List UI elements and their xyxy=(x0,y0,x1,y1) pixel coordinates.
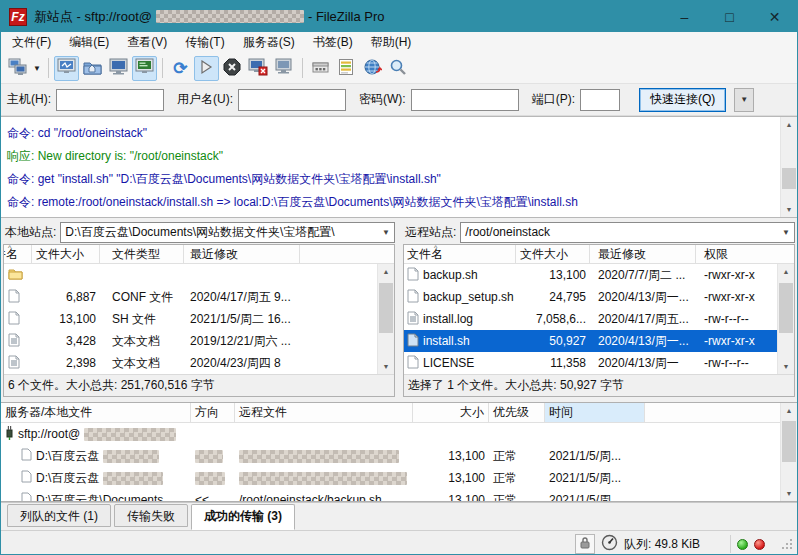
table-row[interactable]: backup_setup.sh 24,795 2020/4/13/周一... -… xyxy=(404,286,777,308)
directory-comparison-button[interactable] xyxy=(334,56,359,81)
quickconnect-dropdown[interactable]: ▼ xyxy=(734,88,754,112)
log-scrollbar[interactable]: ▲ ▼ xyxy=(780,117,797,217)
queue-column-remote[interactable]: 远程文件 xyxy=(235,403,413,422)
table-row[interactable]: LICENSE 11,358 2020/4/13/周一 -rw-r--r-- xyxy=(404,352,777,374)
remote-column-filename[interactable]: ^文件名 xyxy=(404,245,516,263)
speed-limit-button[interactable] xyxy=(601,534,618,554)
scroll-up-icon[interactable]: ▲ xyxy=(378,264,394,279)
quickconnect-button[interactable]: 快速连接(Q) xyxy=(639,88,726,112)
titlebar: Fz 新站点 - sftp://root@ - FileZilla Pro – … xyxy=(1,1,797,32)
message-log-lines: 命令: cd "/root/oneinstack" 响应: New direct… xyxy=(1,117,780,217)
table-row[interactable]: backup.sh 13,100 2020/7/7/周二 ... -rwxr-x… xyxy=(404,264,777,286)
table-row-selected[interactable]: install.sh 50,927 2020/4/13/周一... -rwxr-… xyxy=(404,330,777,352)
password-input[interactable] xyxy=(411,89,519,111)
queue-scrollbar[interactable]: ▲ ▼ xyxy=(780,403,797,501)
minimize-button[interactable]: – xyxy=(662,1,707,32)
reconnect-button[interactable] xyxy=(272,56,297,81)
remote-path-combobox[interactable]: /root/oneinstack ▼ xyxy=(460,222,795,243)
scrollbar-thumb[interactable] xyxy=(782,168,796,189)
remote-list-scrollbar[interactable]: ▲ ▼ xyxy=(777,264,794,374)
censored-text xyxy=(239,472,407,485)
search-button[interactable] xyxy=(386,56,411,81)
queue-server-row[interactable]: sftp://root@ xyxy=(1,423,780,445)
scroll-down-icon[interactable]: ▼ xyxy=(781,486,797,501)
scroll-up-icon[interactable]: ▲ xyxy=(778,264,794,279)
queue-file-row[interactable]: D:\百度云盘 13,100 正常 2021/1/5/周... xyxy=(1,467,780,489)
table-row[interactable]: 3,428 文本文档 2019/12/21/周六 ... xyxy=(4,330,377,352)
local-path-combobox[interactable]: D:\百度云盘\Documents\网站数据文件夹\宝塔配置\ ▼ xyxy=(60,222,395,243)
filename-filter-button[interactable] xyxy=(308,56,333,81)
queue-column-time[interactable]: 时间 xyxy=(545,403,645,422)
queue-column-priority[interactable]: 优先级 xyxy=(489,403,545,422)
menu-item-help[interactable]: 帮助(H) xyxy=(362,32,421,53)
local-list-scrollbar[interactable]: ▲ ▼ xyxy=(377,264,394,374)
disconnect-button[interactable] xyxy=(246,56,271,81)
queue-column-size[interactable]: 大小 xyxy=(413,403,489,422)
table-row[interactable]: 2,398 文本文档 2020/4/23/周四 8 xyxy=(4,352,377,374)
chevron-down-icon[interactable]: ▼ xyxy=(378,228,394,237)
tab-failed-transfers[interactable]: 传输失败 xyxy=(114,504,188,527)
local-column-filename[interactable]: ^文件名 xyxy=(4,245,32,263)
scrollbar-thumb[interactable] xyxy=(782,421,796,462)
file-icon xyxy=(407,355,419,372)
toggle-remote-tree-button[interactable] xyxy=(106,56,131,81)
username-input[interactable] xyxy=(238,89,346,111)
censored-text xyxy=(239,450,399,463)
menu-item-edit[interactable]: 编辑(E) xyxy=(60,32,118,53)
tab-successful-transfers[interactable]: 成功的传输 (3) xyxy=(191,504,295,530)
local-column-size[interactable]: 文件大小 xyxy=(32,245,100,263)
scroll-down-icon[interactable]: ▼ xyxy=(778,359,794,374)
scroll-up-icon[interactable]: ▲ xyxy=(781,117,797,132)
cancel-button[interactable] xyxy=(220,56,245,81)
queue-file-row[interactable]: D:\百度云盘 13,100 正常 2021/1/5/周... xyxy=(1,445,780,467)
scroll-down-icon[interactable]: ▼ xyxy=(378,359,394,374)
scroll-up-icon[interactable]: ▲ xyxy=(781,403,797,418)
port-input[interactable] xyxy=(580,89,620,111)
scroll-down-icon[interactable]: ▼ xyxy=(781,202,797,217)
filezilla-window: Fz 新站点 - sftp://root@ - FileZilla Pro – … xyxy=(0,0,798,555)
local-file-list: ^文件名 文件大小 文件类型 最近修改 xyxy=(3,244,395,397)
remote-column-perms[interactable]: 权限 xyxy=(696,245,778,263)
refresh-button[interactable]: ⟳ xyxy=(168,56,193,81)
menubar: 文件(F) 编辑(E) 查看(V) 传输(T) 服务器(S) 书签(B) 帮助(… xyxy=(1,32,797,53)
queue-column-local[interactable]: 服务器/本地文件 xyxy=(1,403,191,422)
process-queue-button[interactable] xyxy=(194,56,219,81)
local-column-modified[interactable]: 最近修改 xyxy=(184,245,300,263)
menu-item-transfer[interactable]: 传输(T) xyxy=(176,32,233,53)
synchronized-browsing-button[interactable] xyxy=(360,56,385,81)
window-title-prefix: 新站点 - sftp://root@ xyxy=(34,8,152,26)
menu-item-bookmarks[interactable]: 书签(B) xyxy=(304,32,362,53)
scrollbar-thumb[interactable] xyxy=(379,283,393,333)
tab-queued-files[interactable]: 列队的文件 (1) xyxy=(7,504,111,527)
menu-item-file[interactable]: 文件(F) xyxy=(3,32,60,53)
table-row[interactable]: install.log 7,058,6... 2020/4/17/周五... -… xyxy=(404,308,777,330)
remote-column-size[interactable]: 文件大小 xyxy=(516,245,590,263)
queue-file-row[interactable]: D:\百度云盘\Documents << /root/oneinstack/ba… xyxy=(1,489,780,501)
close-button[interactable]: ✕ xyxy=(752,1,797,32)
chevron-down-icon[interactable]: ▼ xyxy=(778,228,794,237)
site-manager-button[interactable] xyxy=(5,56,30,81)
local-column-type[interactable]: 文件类型 xyxy=(100,245,184,263)
toggle-local-tree-button[interactable] xyxy=(80,56,105,81)
host-input[interactable] xyxy=(56,89,164,111)
resize-grip[interactable] xyxy=(781,538,793,550)
maximize-button[interactable]: □ xyxy=(707,1,752,32)
menu-item-server[interactable]: 服务器(S) xyxy=(234,32,304,53)
file-icon xyxy=(8,289,20,306)
remote-column-modified[interactable]: 最近修改 xyxy=(590,245,696,263)
file-icon xyxy=(21,448,32,464)
table-row[interactable]: 6,887 CONF 文件 2020/4/17/周五 9... xyxy=(4,286,377,308)
table-row[interactable]: 13,100 SH 文件 2021/1/5/周二 16... xyxy=(4,308,377,330)
menu-item-view[interactable]: 查看(V) xyxy=(118,32,176,53)
scrollbar-thumb[interactable] xyxy=(779,283,793,333)
table-row[interactable] xyxy=(4,264,377,286)
lock-button[interactable] xyxy=(575,534,595,554)
site-manager-dropdown[interactable]: ▼ xyxy=(33,64,41,73)
host-label: 主机(H): xyxy=(7,91,51,108)
folder-icon xyxy=(8,267,23,283)
remote-pane: 远程站点: /root/oneinstack ▼ ^文件名 文件大小 最近修改 … xyxy=(401,218,797,397)
toggle-message-log-button[interactable] xyxy=(54,56,79,81)
toggle-queue-button[interactable] xyxy=(132,56,157,81)
censored-text xyxy=(195,472,225,485)
queue-column-direction[interactable]: 方向 xyxy=(191,403,235,422)
